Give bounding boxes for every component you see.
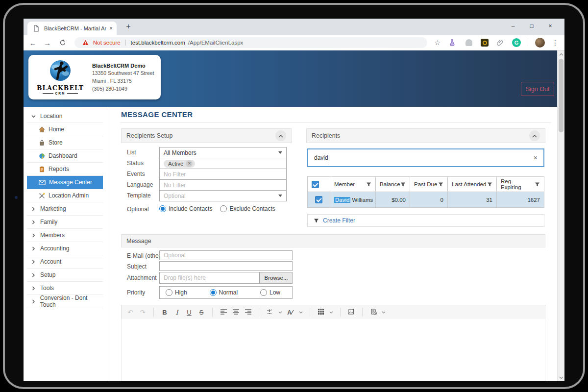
table-dropdown-icon[interactable] xyxy=(329,311,333,314)
close-button[interactable]: × xyxy=(541,19,560,33)
filter-funnel-icon[interactable] xyxy=(487,182,492,187)
recipient-search-input[interactable]: david × xyxy=(307,148,544,167)
bookmark-star-icon[interactable]: ☆ xyxy=(434,39,441,47)
filter-funnel-icon[interactable] xyxy=(535,182,540,187)
extension-gray-icon[interactable] xyxy=(464,38,474,48)
browse-button[interactable]: Browse... xyxy=(260,272,293,284)
align-center-icon[interactable] xyxy=(232,309,240,316)
sidebar-section-setup[interactable]: Setup xyxy=(27,269,103,282)
forward-button[interactable]: → xyxy=(44,39,51,47)
priority-label: Priority xyxy=(127,289,145,296)
new-tab-button[interactable]: + xyxy=(122,21,134,32)
member-column-header[interactable]: Member xyxy=(330,177,376,192)
sidebar-section-marketing[interactable]: Marketing xyxy=(27,202,103,216)
chip-remove-icon[interactable]: × xyxy=(186,160,193,167)
past-due-column-header[interactable]: Past Due xyxy=(410,177,448,192)
back-button[interactable]: ← xyxy=(29,39,37,47)
reload-button[interactable] xyxy=(58,38,68,48)
template-select[interactable]: Optional xyxy=(159,190,287,201)
balance-column-header[interactable]: Balance xyxy=(376,177,410,192)
sidebar-item-message-center[interactable]: Message Center xyxy=(27,176,103,189)
sidebar-section-accounting[interactable]: Accounting xyxy=(27,242,103,255)
exclude-contacts-option[interactable]: Exclude Contacts xyxy=(220,205,275,212)
sidebar-group-location[interactable]: Location xyxy=(27,110,103,123)
subject-input[interactable] xyxy=(159,261,293,271)
sidebar-section-tools[interactable]: Tools xyxy=(27,282,103,295)
extension-grammarly-icon[interactable]: G xyxy=(512,38,521,47)
company-name: BlackBeltCRM Demo xyxy=(92,62,154,70)
filter-funnel-icon[interactable] xyxy=(400,182,406,187)
radio-icon xyxy=(210,289,217,296)
language-field[interactable]: No Filter xyxy=(159,179,287,191)
editor-body[interactable] xyxy=(121,319,545,381)
scrollbar-thumb[interactable] xyxy=(559,59,564,132)
priority-high-option[interactable]: High xyxy=(166,289,187,296)
sidebar-item-reports[interactable]: Reports xyxy=(27,163,103,176)
row-select-cell[interactable] xyxy=(308,192,330,207)
filter-funnel-icon[interactable] xyxy=(366,182,371,187)
merge-field-dropdown-icon[interactable] xyxy=(278,311,282,314)
sidebar-section-family[interactable]: Family xyxy=(27,216,103,229)
sidebar-item-store[interactable]: Store xyxy=(27,136,103,149)
font-color-icon[interactable]: A xyxy=(287,309,294,316)
browser-toolbar: ← → Not secure test.blackbeltcrm.com/App… xyxy=(24,35,564,50)
reg-expiring-column-header[interactable]: Reg. Expiring xyxy=(497,177,544,192)
extension-paperclip-icon[interactable] xyxy=(495,38,505,48)
select-all-cell[interactable] xyxy=(308,177,330,192)
browser-tab[interactable]: BlackBeltCRM - Martial Arts Soft... × xyxy=(27,22,117,35)
strikethrough-button[interactable]: S xyxy=(197,309,205,316)
document-dropdown-icon[interactable] xyxy=(382,311,386,314)
collapse-button[interactable] xyxy=(529,130,540,141)
priority-normal-option[interactable]: Normal xyxy=(210,289,238,296)
insert-merge-field-icon[interactable] xyxy=(266,309,274,316)
checkbox-checked-icon[interactable] xyxy=(315,196,322,203)
clear-search-icon[interactable]: × xyxy=(534,154,538,162)
scroll-up-icon[interactable] xyxy=(558,50,564,58)
sidebar-item-dashboard[interactable]: Dashboard xyxy=(27,149,103,163)
priority-low-option[interactable]: Low xyxy=(260,289,280,296)
sign-out-button[interactable]: Sign Out xyxy=(521,82,554,96)
create-filter-button[interactable]: Create Filter xyxy=(307,214,544,227)
align-right-icon[interactable] xyxy=(244,309,252,316)
filter-funnel-icon[interactable] xyxy=(438,182,443,187)
events-field[interactable]: No Filter xyxy=(159,169,287,180)
email-other-input[interactable]: Optional xyxy=(159,250,293,260)
sidebar-section-members[interactable]: Members xyxy=(27,229,103,242)
page-scrollbar[interactable] xyxy=(557,50,564,381)
past-due-cell: 0 xyxy=(410,192,448,207)
sidebar-item-home[interactable]: Home xyxy=(27,123,103,136)
last-attended-column-header[interactable]: Last Attended xyxy=(448,177,497,192)
bold-button[interactable]: B xyxy=(161,309,169,316)
extension-gold-icon[interactable] xyxy=(481,39,489,47)
undo-icon[interactable]: ↶ xyxy=(126,309,134,316)
align-left-icon[interactable] xyxy=(220,309,227,316)
sidebar-section-conversion[interactable]: Conversion - Dont Touch xyxy=(27,295,103,308)
balance-cell: $0.00 xyxy=(376,192,410,207)
table-row[interactable]: David Williams $0.00 0 31 1627 xyxy=(308,192,544,207)
maximize-button[interactable]: □ xyxy=(522,19,541,33)
sidebar-section-account[interactable]: Account xyxy=(27,255,103,269)
font-color-dropdown-icon[interactable] xyxy=(299,311,303,314)
insert-document-icon[interactable] xyxy=(369,309,377,316)
address-bar[interactable]: Not secure test.blackbeltcrm.com/App/EMa… xyxy=(74,37,427,48)
minimize-button[interactable]: – xyxy=(504,19,522,33)
insert-image-icon[interactable] xyxy=(347,309,355,316)
underline-button[interactable]: U xyxy=(185,309,193,316)
scroll-down-icon[interactable] xyxy=(558,374,564,381)
collapse-button[interactable] xyxy=(275,130,286,141)
list-select[interactable]: All Members xyxy=(159,147,287,158)
extension-flask-icon[interactable] xyxy=(447,38,457,48)
insert-table-icon[interactable] xyxy=(317,309,325,316)
profile-avatar[interactable] xyxy=(535,38,545,48)
browser-menu-icon[interactable]: ⋮ xyxy=(552,39,559,47)
italic-button[interactable]: I xyxy=(173,309,181,316)
attachment-dropzone[interactable]: Drop file(s) here xyxy=(159,272,260,284)
redo-icon[interactable]: ↷ xyxy=(139,309,147,316)
include-contacts-option[interactable]: Include Contacts xyxy=(159,205,212,212)
tab-close-icon[interactable]: × xyxy=(109,25,113,32)
page-favicon-icon xyxy=(31,24,41,33)
sidebar-item-location-admin[interactable]: Location Admin xyxy=(27,189,103,202)
checkbox-checked-icon[interactable] xyxy=(312,181,319,188)
status-field[interactable]: Active × xyxy=(159,158,287,169)
chevron-right-icon xyxy=(31,286,36,291)
